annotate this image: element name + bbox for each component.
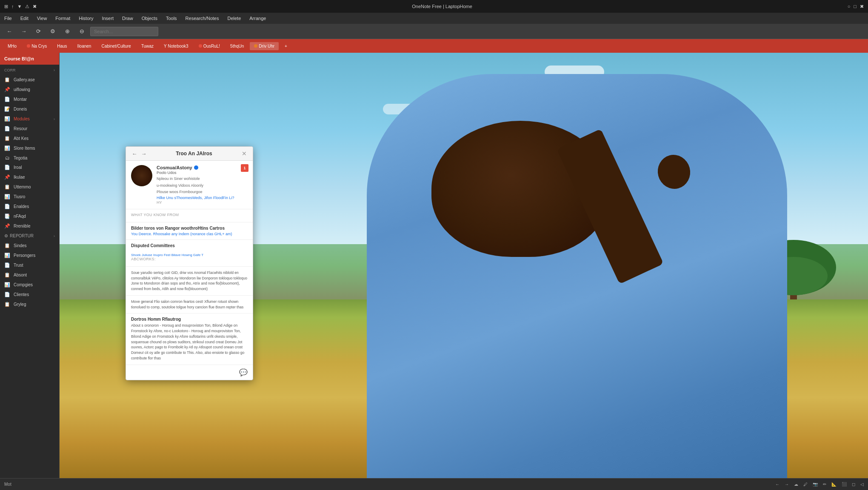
nav-down[interactable]: ▼ [17,4,22,9]
windows-icon[interactable]: ⊞ [4,4,8,9]
title-bar: ⊞ ↑ ▼ ⚠ ✖ OneNote Free | LaptopHome ○ □ … [0,0,868,13]
tab-haus[interactable]: Haus [53,42,71,50]
minimize-btn[interactable]: ○ [848,4,851,9]
menu-arrange[interactable]: Arrange [248,15,268,22]
sidebar-item-trust[interactable]: 📄 Trust [0,260,59,270]
sidebar-item-uttemmo[interactable]: 📋 Uttemmo [0,182,59,192]
menu-delete[interactable]: Delete [226,15,243,22]
sidebar-item-enaldes[interactable]: 📄 Enaldes [0,202,59,211]
sidebar-label: Gallery.ase [14,77,35,82]
content-area: ← → Troo An JAIros ✕ [60,53,868,478]
sidebar-item-montar[interactable]: 📄 Montar [0,94,59,104]
status-edit[interactable]: ✏ [823,482,826,487]
status-arrow-left[interactable]: ← [775,482,779,487]
sidebar-header: Course B!@n [0,53,59,65]
status-ruler[interactable]: 📐 [831,482,837,487]
sidebar-title: Course B!@n [4,56,34,61]
sidebar-item-tiusro[interactable]: 📊 Tiusro [0,192,59,202]
avatar [131,165,152,186]
status-arrow-right[interactable]: → [785,482,789,487]
sidebar-item-resour[interactable]: 📄 Resour [0,124,59,134]
sidebar-label: Tiusro [14,194,25,199]
tab-overflow[interactable]: + [280,42,291,50]
menu-draw[interactable]: Draw [120,15,135,22]
sidebar-label: Slore Items [14,146,35,151]
sidebar-item-compgies[interactable]: 📊 Compgies [0,280,59,290]
tab-cabinet[interactable]: Cabinet/Culture [97,42,135,50]
status-cloud[interactable]: ☁ [794,482,798,487]
profile-link[interactable]: Hilke Unu sThoomesWeds, Jifon FloodFin L… [157,196,248,200]
window-controls: ○ □ ✖ [848,4,864,9]
modal-close-btn[interactable]: ✕ [241,150,248,157]
sidebar-item-gryleg[interactable]: 📋 Gryleg [0,299,59,309]
modal-title: Troo An JAIros [176,151,212,157]
chat-icon[interactable]: 💬 [239,369,248,376]
sidebar-item-ikulae[interactable]: 📌 Ikulae [0,172,59,182]
close-icon[interactable]: ✖ [33,4,37,9]
menu-objects[interactable]: Objects [140,15,159,22]
modal-fwd-btn[interactable]: → [140,150,147,157]
sidebar-item-clientes[interactable]: 📄 Clientes [0,290,59,299]
modal-back-btn[interactable]: ← [131,150,138,157]
menu-format[interactable]: Format [54,15,72,22]
sidebar-item-doneis[interactable]: 📝 Doneis [0,104,59,114]
status-box[interactable]: ◻ [852,482,855,487]
menu-bar: File Edit View Format History Insert Dra… [0,13,868,24]
tab-mho[interactable]: MHo [3,42,21,50]
section2-tag[interactable]: Shoek Juliuse Inupro Feel Bilave Howng G… [131,253,203,257]
status-square[interactable]: ⬛ [842,482,847,487]
nav-up[interactable]: ↑ [11,4,14,9]
toolbar-back[interactable]: ← [3,26,15,37]
menu-edit[interactable]: Edit [19,15,30,22]
gallery-icon: 📋 [4,77,10,83]
modal-section-2: Disputed Committees Shoek Juliuse Inupro… [126,240,253,267]
menu-research[interactable]: Research/Notes [184,15,221,22]
sidebar-label: Iroal [14,165,22,170]
sidebar-item-rreniible[interactable]: 📌 Rreniible [0,221,59,231]
maximize-btn[interactable]: □ [854,4,857,9]
menu-history[interactable]: History [77,15,95,22]
status-pen[interactable]: 🖊 [803,482,808,487]
sidebar-label: Uttemmo [14,185,31,189]
menu-tools[interactable]: Tools [164,15,179,22]
sidebar-item-sindes[interactable]: 📋 Sindes [0,241,59,251]
sidebar-item-slore[interactable]: 📊 Slore Items [0,143,59,153]
tab-tuwaz[interactable]: Tuwaz [137,42,158,50]
sidebar-item-persongers[interactable]: 📊 Persongers [0,251,59,260]
status-bar: Mot ← → ☁ 🖊 📷 ✏ 📐 ⬛ ◻ ◁ [0,478,868,490]
toolbar-settings[interactable]: ⚙ [47,26,59,37]
modal-dialog: ← → Troo An JAIros ✕ [126,146,253,380]
modal-body[interactable]: Cosmua/Astony Poolo Udos Npleou in Siner… [126,161,253,380]
reportur-section[interactable]: ⚙ Reportur › [0,231,59,241]
toolbar-zoom-in[interactable]: ⊕ [61,26,73,37]
search-input[interactable] [90,27,158,36]
toolbar-zoom-out[interactable]: ⊖ [76,26,88,37]
menu-insert[interactable]: Insert [100,15,115,22]
sidebar-item-absont[interactable]: 📋 Absont [0,270,59,280]
status-camera[interactable]: 📷 [813,482,818,487]
sidebar-label: Abt Kes [14,136,29,141]
modules-chevron: › [54,117,55,121]
tab-notebook[interactable]: Y Notebook3 [160,42,193,50]
tab-iloanen[interactable]: Iloanen [73,42,96,50]
sidebar-item-nfaqd[interactable]: 📑 nFAqd [0,211,59,221]
title-bar-left: ⊞ ↑ ▼ ⚠ ✖ [4,4,37,9]
sidebar-item-abtkes[interactable]: 📋 Abt Kes [0,134,59,143]
tab-driv-uhr[interactable]: Driv Uhr [250,42,279,50]
close-btn[interactable]: ✖ [860,4,864,9]
sidebar-item-tegotia[interactable]: 🗂 Tegotia [0,153,59,162]
toolbar-forward[interactable]: → [18,26,30,37]
sidebar-item-uiflowing[interactable]: 📌 uiflowing [0,85,59,94]
sidebar-item-modules[interactable]: 📊 Modules › [0,114,59,124]
sidebar-label: Doneis [14,107,27,111]
tab-5thqun[interactable]: 5thqUn [226,42,248,50]
menu-view[interactable]: View [35,15,49,22]
status-back[interactable]: ◁ [860,482,864,487]
sidebar-item-gallery[interactable]: 📋 Gallery.ase [0,75,59,85]
menu-file[interactable]: File [3,15,14,22]
tab-nacrys[interactable]: Na Crys [23,42,51,50]
toolbar-refresh[interactable]: ⟳ [32,26,44,37]
sidebar: Course B!@n Corr › 📋 Gallery.ase 📌 uiflo… [0,53,60,478]
sidebar-item-iroal[interactable]: 📄 Iroal [0,162,59,172]
tab-ousrul[interactable]: OusRuL! [194,42,224,50]
